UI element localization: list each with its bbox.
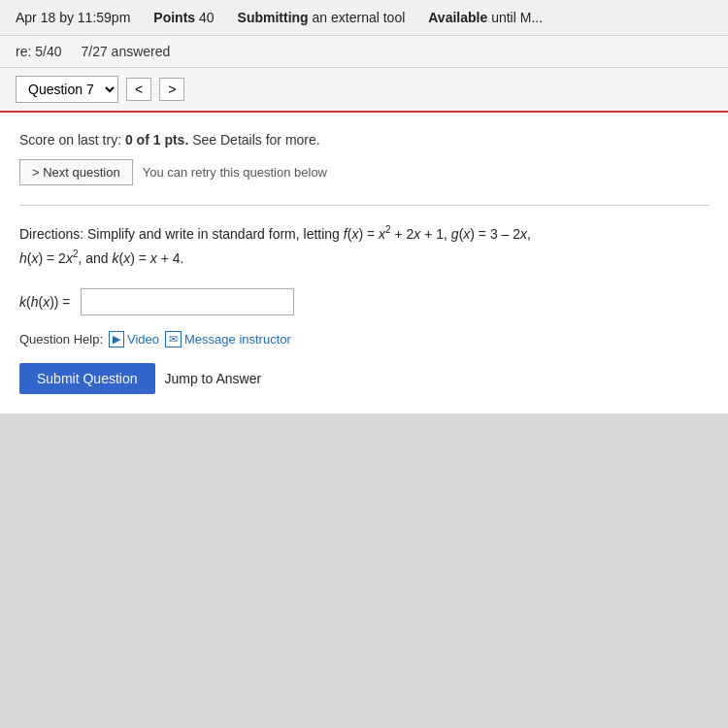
submitting: Submitting an external tool: [238, 10, 406, 25]
message-label: Message instructor: [184, 332, 291, 347]
retry-text: You can retry this question below: [143, 165, 327, 180]
input-row: k(h(x)) =: [19, 288, 709, 315]
directions: Directions: Simplify and write in standa…: [19, 221, 709, 271]
divider: [19, 205, 709, 206]
video-icon: ▶: [109, 331, 124, 347]
score-bar: re: 5/40 7/27 answered: [0, 36, 728, 68]
due-date: Apr 18 by 11:59pm: [16, 10, 130, 25]
next-question-row: > Next question You can retry this quest…: [19, 159, 709, 185]
next-question-button[interactable]: > Next question: [19, 159, 133, 185]
message-icon: ✉: [165, 331, 182, 347]
problem-label: k(h(x)) =: [19, 294, 71, 310]
points: Points 40: [153, 10, 214, 25]
question-nav: Question 7 < >: [0, 68, 728, 113]
submit-question-button[interactable]: Submit Question: [19, 363, 155, 394]
score-value: re: 5/40: [16, 44, 61, 59]
score-notice-value: 0 of 1 pts.: [125, 132, 188, 148]
video-label: Video: [127, 332, 159, 347]
gray-bottom: [0, 414, 728, 608]
message-link[interactable]: ✉ Message instructor: [165, 331, 291, 347]
question-select[interactable]: Question 7: [16, 76, 118, 103]
available: Available until M...: [428, 10, 543, 25]
score-notice-text-after: See Details for more.: [188, 132, 319, 148]
answer-input[interactable]: [81, 288, 294, 315]
score-notice: Score on last try: 0 of 1 pts. See Detai…: [19, 132, 709, 148]
jump-to-answer-button[interactable]: Jump to Answer: [165, 371, 262, 386]
answered-count: 7/27 answered: [81, 44, 170, 59]
question-help: Question Help: ▶ Video ✉ Message instruc…: [19, 331, 709, 347]
help-label: Question Help:: [19, 332, 103, 347]
video-link[interactable]: ▶ Video: [109, 331, 159, 347]
main-content: Score on last try: 0 of 1 pts. See Detai…: [0, 113, 728, 414]
next-question-nav-button[interactable]: >: [159, 78, 184, 101]
top-bar: Apr 18 by 11:59pm Points 40 Submitting a…: [0, 0, 728, 36]
prev-question-button[interactable]: <: [126, 78, 151, 101]
button-row: Submit Question Jump to Answer: [19, 363, 709, 394]
score-notice-text-before: Score on last try:: [19, 132, 125, 148]
